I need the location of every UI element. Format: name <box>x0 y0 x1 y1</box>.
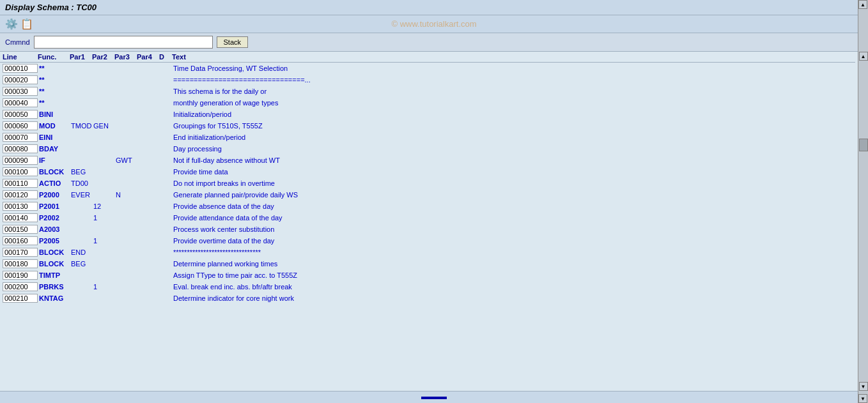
cell-text: Eval. break end inc. abs. bfr/aftr break <box>172 283 853 291</box>
cell-func: ** <box>38 99 70 107</box>
table-row[interactable]: 000130 P2001 12 Provide absence data of … <box>0 201 855 212</box>
scroll-up[interactable]: ▲ <box>859 52 868 61</box>
col-header-d: D <box>159 53 172 61</box>
column-headers: Line Func. Par1 Par2 Par3 Par4 D Text <box>0 52 855 63</box>
scroll-down[interactable]: ▼ <box>859 382 868 391</box>
cell-func: P2005 <box>38 237 70 245</box>
scroll-down-arrow[interactable]: ▼ <box>858 394 867 403</box>
table-row[interactable]: 000020 ** ==============================… <box>0 74 855 86</box>
cell-func: IF <box>38 156 70 164</box>
cell-line: 000100 <box>3 167 38 176</box>
cell-text: End initialization/period <box>172 133 853 141</box>
table-row[interactable]: 000090 IF GWT Not if full-day absence wi… <box>0 155 855 166</box>
command-input[interactable] <box>34 36 213 49</box>
table-row[interactable]: 000060 MOD TMOD GEN Groupings for T510S,… <box>0 120 855 132</box>
cell-line: 000060 <box>3 121 38 130</box>
cell-par1: END <box>70 248 92 256</box>
table-row[interactable]: 000040 ** monthly generation of wage typ… <box>0 97 855 109</box>
table-row[interactable]: 000150 A2003 Process work center substit… <box>0 224 855 235</box>
cell-text: Generate planned pair/provide daily WS <box>172 191 853 199</box>
table-row[interactable]: 000210 KNTAG Determine indicator for cor… <box>0 293 855 304</box>
scroll-thumb[interactable] <box>859 139 868 151</box>
col-header-text: Text <box>172 53 853 61</box>
title-text: Display Schema : TC00 <box>5 3 97 12</box>
watermark: © www.tutorialkart.com <box>391 19 476 29</box>
cell-func: EINI <box>38 133 70 141</box>
cell-par2: 1 <box>92 214 114 222</box>
cell-par2: GEN <box>92 122 114 130</box>
col-header-func: Func. <box>38 53 70 61</box>
cell-line: 000040 <box>3 98 38 107</box>
col-header-par4: Par4 <box>137 53 159 61</box>
title-bar: Display Schema : TC00 <box>0 0 868 15</box>
cell-text: This schema is for the daily or <box>172 87 853 95</box>
cell-line: 000090 <box>3 156 38 165</box>
table-row[interactable]: 000110 ACTIO TD00 Do not import breaks i… <box>0 178 855 189</box>
table-row[interactable]: 000070 EINI End initialization/period <box>0 132 855 143</box>
table-row[interactable]: 000030 ** This schema is for the daily o… <box>0 86 855 97</box>
cell-func: ** <box>38 87 70 95</box>
cell-par2: 1 <box>92 237 114 245</box>
cell-text: Initialization/period <box>172 110 853 118</box>
cell-func: P2000 <box>38 191 70 199</box>
cell-par1: BEG <box>70 260 92 268</box>
cell-par2: 12 <box>92 202 114 210</box>
cell-text: ================================... <box>172 76 853 84</box>
cell-func: MOD <box>38 122 70 130</box>
cell-func: A2003 <box>38 225 70 233</box>
cell-text: Process work center substitution <box>172 225 853 233</box>
cell-line: 000150 <box>3 225 38 234</box>
cell-text: Provide time data <box>172 168 853 176</box>
table-row[interactable]: 000050 BINI Initialization/period <box>0 109 855 120</box>
cell-text: Determine indicator for core night work <box>172 294 853 302</box>
cell-line: 000020 <box>3 75 38 84</box>
col-header-par1: Par1 <box>70 53 92 61</box>
cell-func: BINI <box>38 110 70 118</box>
table-row[interactable]: 000100 BLOCK BEG Provide time data <box>0 166 855 178</box>
cell-line: 000180 <box>3 259 38 268</box>
table-row[interactable]: 000190 TIMTP Assign TType to time pair a… <box>0 270 855 281</box>
cell-par1: BEG <box>70 168 92 176</box>
cell-func: ** <box>38 65 70 72</box>
table-row[interactable]: 000120 P2000 EVER N Generate planned pai… <box>0 189 855 201</box>
cell-func: KNTAG <box>38 294 70 302</box>
command-bar: Cmmnd Stack ▲ ▼ <box>0 33 868 52</box>
cell-line: 000120 <box>3 190 38 199</box>
table-row[interactable]: 000010 ** Time Data Processing, WT Selec… <box>0 63 855 74</box>
cell-text: Provide absence data of the day <box>172 202 853 210</box>
cell-text: Assign TType to time pair acc. to T555Z <box>172 271 853 279</box>
cell-line: 000200 <box>3 282 38 291</box>
data-rows-container: 000010 ** Time Data Processing, WT Selec… <box>0 63 855 304</box>
cell-text: ******************************** <box>172 248 853 256</box>
cell-text: Provide attendance data of the day <box>172 214 853 222</box>
cell-line: 000190 <box>3 271 38 280</box>
cell-par1: EVER <box>70 191 92 199</box>
table-row[interactable]: 000080 BDAY Day processing <box>0 143 855 155</box>
cell-line: 000080 <box>3 144 38 153</box>
clipboard-icon[interactable]: 📋 <box>20 18 33 30</box>
table-row[interactable]: 000160 P2005 1 Provide overtime data of … <box>0 235 855 247</box>
table-row[interactable]: 000170 BLOCK END ***********************… <box>0 247 855 258</box>
cell-func: PBRKS <box>38 283 70 291</box>
cell-line: 000050 <box>3 110 38 119</box>
table-row[interactable]: 000200 PBRKS 1 Eval. break end inc. abs.… <box>0 281 855 293</box>
main-content: Line Func. Par1 Par2 Par3 Par4 D Text 00… <box>0 52 868 391</box>
cell-line: 000110 <box>3 179 38 188</box>
table-area: Line Func. Par1 Par2 Par3 Par4 D Text 00… <box>0 52 868 391</box>
table-row[interactable]: 000180 BLOCK BEG Determine planned worki… <box>0 258 855 270</box>
cell-func: TIMTP <box>38 271 70 279</box>
cell-line: 000210 <box>3 294 38 303</box>
cell-line: 000070 <box>3 133 38 142</box>
scroll-up-arrow[interactable]: ▲ <box>858 0 867 9</box>
cell-text: Do not import breaks in overtime <box>172 179 853 187</box>
cell-line: 000170 <box>3 248 38 257</box>
stack-button[interactable]: Stack <box>217 36 249 48</box>
right-scrollbar[interactable]: ▲ ▼ <box>858 52 868 391</box>
cell-text: Day processing <box>172 145 853 153</box>
cell-func: BLOCK <box>38 260 70 268</box>
cell-func: ** <box>38 76 70 84</box>
settings-icon[interactable]: ⚙️ <box>5 18 18 30</box>
cell-line: 000010 <box>3 64 38 73</box>
table-row[interactable]: 000140 P2002 1 Provide attendance data o… <box>0 212 855 224</box>
col-header-par3: Par3 <box>114 53 137 61</box>
